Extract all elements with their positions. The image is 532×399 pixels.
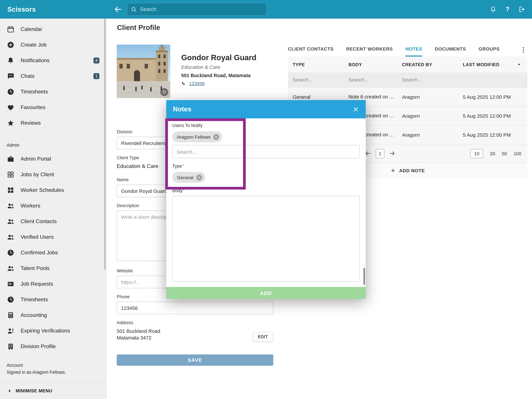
sidebar-scrollbar[interactable] — [104, 19, 106, 270]
client-info: Gondor Royal Guard Education & Care 501 … — [181, 44, 256, 98]
tab-documents[interactable]: DOCUMENTS — [435, 46, 466, 57]
remove-type-chip-icon[interactable] — [196, 174, 202, 180]
remove-user-chip-icon[interactable] — [213, 134, 219, 140]
next-page-icon[interactable] — [389, 150, 396, 157]
global-search-box[interactable] — [127, 3, 267, 16]
plus-circle-icon — [7, 41, 15, 49]
minimise-menu-button[interactable]: MINIMISE MENU — [0, 382, 106, 399]
sidebar-item-jobs-by-client[interactable]: Jobs by Client — [0, 167, 106, 182]
modal-scrollbar[interactable] — [363, 268, 365, 285]
tab-notes[interactable]: NOTES — [405, 46, 422, 57]
back-arrow-icon[interactable] — [114, 5, 122, 14]
grid-filled-icon — [7, 186, 15, 194]
clock-icon — [7, 248, 15, 257]
sidebar-item-label: Accounting — [21, 312, 47, 318]
notifications-bell-icon[interactable] — [490, 6, 497, 13]
column-header-last-modified[interactable]: LAST MODIFIED — [458, 62, 527, 68]
column-header-type[interactable]: TYPE — [288, 62, 344, 67]
edit-address-button[interactable]: EDIT — [253, 332, 273, 342]
user-chip[interactable]: Aragorn Fellows — [172, 131, 222, 142]
sidebar-item-label: Favourites — [21, 104, 45, 110]
client-address-line: 501 Buckland Road, Matamata — [181, 73, 256, 78]
signed-in-status: Signed in as Aragorn Fellows. — [0, 368, 106, 379]
sidebar-item-timesheets[interactable]: Timesheets — [0, 291, 106, 307]
sort-caret-icon[interactable] — [516, 62, 522, 68]
current-page-indicator[interactable]: 1 — [376, 149, 384, 158]
sidebar-item-label: Workers — [21, 203, 40, 209]
pager: 1 — [364, 149, 396, 158]
note-last-modified: 5 Aug 2025 12:00 PM — [458, 113, 527, 119]
note-created-by: Aragorn — [397, 94, 458, 100]
minimise-menu-label: MINIMISE MENU — [16, 388, 52, 393]
phone-input[interactable] — [117, 302, 273, 314]
client-category: Education & Care — [181, 64, 256, 70]
grid-icon — [7, 171, 15, 178]
sidebar-item-admin-portal[interactable]: Admin Portal — [0, 151, 106, 167]
client-header: Gondor Royal Guard Education & Care 501 … — [117, 44, 273, 98]
refresh-icon — [162, 90, 167, 95]
sidebar-item-label: Expiring Verifications — [21, 328, 70, 334]
sidebar-item-talent-pools[interactable]: Talent Pools — [0, 260, 106, 276]
required-asterisk: * — [183, 188, 185, 192]
sidebar-item-accounting[interactable]: Accounting — [0, 307, 106, 323]
sidebar-item-worker-schedules[interactable]: Worker Schedules — [0, 182, 106, 198]
column-header-created-by[interactable]: CREATED BY — [397, 62, 458, 67]
sidebar-item-client-contacts[interactable]: Client Contacts — [0, 214, 106, 229]
users-search-input[interactable] — [172, 145, 360, 158]
save-button[interactable]: SAVE — [117, 355, 273, 366]
address-label: Address — [117, 320, 273, 325]
sidebar-item-favourites[interactable]: Favourites — [0, 99, 106, 115]
filter-type-input[interactable] — [293, 77, 340, 82]
add-button[interactable]: ADD — [166, 287, 366, 299]
change-photo-button[interactable] — [160, 88, 168, 96]
sidebar-item-chats[interactable]: Chats1 — [0, 68, 106, 84]
people-icon — [7, 233, 15, 241]
filter-body-input[interactable] — [348, 77, 393, 82]
sidebar-item-calendar[interactable]: Calendar — [0, 21, 106, 37]
logout-icon[interactable] — [518, 6, 525, 13]
help-icon[interactable]: ? — [506, 6, 509, 13]
close-icon[interactable] — [352, 106, 359, 113]
sidebar-item-notifications[interactable]: Notifications4 — [0, 52, 106, 68]
sidebar-item-timesheets[interactable]: Timesheets — [0, 84, 106, 99]
sidebar-item-job-requests[interactable]: Job Requests — [0, 276, 106, 291]
page-size-20[interactable]: 20 — [490, 151, 495, 156]
app-logo: Scissors — [0, 6, 106, 13]
page-size-10[interactable]: 10 — [470, 149, 483, 158]
users-chip-row: Aragorn Fellows — [172, 131, 360, 142]
people-icon — [7, 217, 15, 225]
page-size-50[interactable]: 50 — [502, 151, 507, 156]
sidebar-item-expiring-verifications[interactable]: Expiring Verifications — [0, 323, 106, 338]
sidebar-item-confirmed-jobs[interactable]: Confirmed Jobs — [0, 245, 106, 260]
filter-created-by-input[interactable] — [402, 77, 454, 82]
global-search-input[interactable] — [140, 6, 263, 12]
sidebar-item-reviews[interactable]: Reviews — [0, 115, 106, 131]
sidebar-item-label: Jobs by Client — [21, 171, 54, 177]
client-photo — [117, 44, 170, 98]
client-phone-link[interactable]: 123456 — [189, 81, 205, 86]
tab-recent-workers[interactable]: RECENT WORKERS — [346, 46, 393, 57]
sidebar-item-label: Timesheets — [21, 296, 48, 302]
sidebar-item-create-job[interactable]: Create Job — [0, 37, 106, 52]
people-icon — [7, 202, 15, 210]
sidebar-item-workers[interactable]: Workers — [0, 198, 106, 214]
table-header-row: TYPEBODYCREATED BYLAST MODIFIED — [288, 57, 527, 72]
sidebar-item-label: Talent Pools — [21, 265, 50, 271]
sidebar-item-division-profile[interactable]: Division Profile — [0, 338, 106, 354]
address-line1: 501 Buckland Road — [117, 328, 160, 335]
sidebar-item-label: Create Job — [21, 42, 47, 48]
tab-client-contacts[interactable]: CLIENT CONTACTS — [288, 46, 334, 57]
sidebar-item-verified-users[interactable]: Verified Users — [0, 229, 106, 245]
bell-icon — [7, 56, 15, 64]
page-size-100[interactable]: 100 — [513, 151, 521, 156]
tabs-row: CLIENT CONTACTSRECENT WORKERSNOTESDOCUME… — [288, 43, 527, 57]
sidebar-item-label: Job Requests — [21, 281, 53, 287]
column-header-body[interactable]: BODY — [344, 62, 397, 67]
tab-groups[interactable]: GROUPS — [479, 46, 500, 57]
notes-modal-body: Users To Notify Aragorn Fellows Type* Ge… — [166, 118, 366, 287]
address-line2: Matamata 3472 — [117, 335, 160, 342]
note-body-textarea[interactable] — [172, 196, 360, 282]
client-name: Gondor Royal Guard — [181, 53, 256, 62]
type-chip[interactable]: General — [172, 172, 205, 183]
more-options-icon[interactable] — [519, 46, 527, 54]
